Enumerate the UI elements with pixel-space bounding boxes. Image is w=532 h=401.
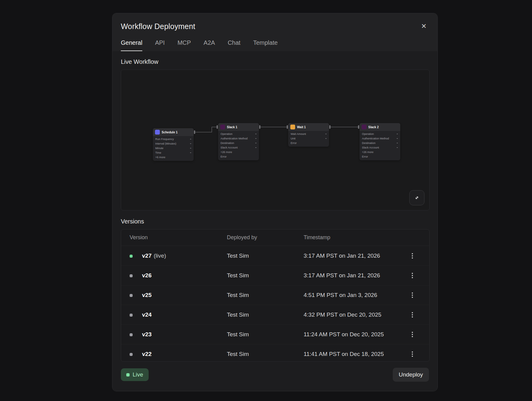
node-port-left <box>217 125 218 129</box>
timestamp: 11:24 AM PST on Dec 20, 2025 <box>304 331 404 338</box>
node-field-row: Error <box>288 141 329 145</box>
field-label: Error <box>221 155 227 158</box>
version-label: v22 <box>142 351 152 357</box>
close-icon[interactable]: ✕ <box>419 21 429 31</box>
version-status-dot <box>130 353 133 356</box>
field-value-dash <box>255 143 256 143</box>
kebab-menu-icon[interactable] <box>410 310 415 319</box>
field-label: +6 more <box>155 156 165 159</box>
node-fields: Wait Amount Unit Error <box>288 131 329 147</box>
field-value-dash <box>255 134 256 134</box>
workflow-node: Slack 1 Operation Authentication Method … <box>218 123 259 160</box>
field-label: Minute <box>155 147 163 150</box>
tab-template[interactable]: Template <box>253 39 278 51</box>
tab-a2a[interactable]: A2A <box>204 39 215 51</box>
version-label: v26 <box>142 272 152 279</box>
node-field-row: Destination <box>218 141 259 145</box>
modal-footer: Live Undeploy <box>121 362 429 388</box>
node-port-left <box>358 125 359 129</box>
timestamp: 3:17 AM PST on Jan 21, 2026 <box>304 272 404 279</box>
tab-label: General <box>121 39 142 46</box>
node-field-row: Slack Account <box>218 145 259 150</box>
field-label: Authentication Method <box>362 137 389 140</box>
tab-label: Template <box>253 39 278 46</box>
field-value-dash <box>255 147 256 148</box>
kebab-menu-icon[interactable] <box>410 350 415 359</box>
node-port-left <box>287 125 288 129</box>
field-label: Operation <box>221 132 233 135</box>
version-label: v27 <box>142 253 152 259</box>
field-label: Slack Account <box>362 146 379 149</box>
column-header-deployed-by: Deployed by <box>227 234 304 241</box>
tab-mcp[interactable]: MCP <box>177 39 191 51</box>
node-port-right <box>329 125 330 129</box>
tab-label: API <box>155 39 165 46</box>
undeploy-button[interactable]: Undeploy <box>393 368 429 382</box>
node-header: Slack 1 <box>218 123 259 131</box>
field-label: Wait Amount <box>291 132 306 135</box>
node-title: Schedule 1 <box>162 131 178 134</box>
versions-rows: v27(live) Test Sim 3:17 AM PST on Jan 21… <box>121 246 429 362</box>
version-suffix: (live) <box>154 253 166 259</box>
slack-icon <box>362 125 366 129</box>
deployed-by: Test Sim <box>227 292 304 298</box>
field-label: Time <box>155 151 161 154</box>
workflow-node: Slack 2 Operation Authentication Method … <box>360 123 400 160</box>
table-row: v22 Test Sim 11:41 AM PST on Dec 18, 202… <box>121 344 429 362</box>
field-value-dash <box>255 138 256 139</box>
node-port-right <box>259 125 260 129</box>
workflow-node: Schedule 1 Run Frequency Interval (Minut… <box>153 128 194 161</box>
workflow-canvas: Schedule 1 Run Frequency Interval (Minut… <box>121 70 429 210</box>
deployed-by: Test Sim <box>227 351 304 357</box>
field-value-dash <box>190 152 191 153</box>
deployed-by: Test Sim <box>227 253 304 259</box>
timestamp: 4:51 PM PST on Jan 3, 2026 <box>304 292 404 298</box>
field-label: Authentication Method <box>221 137 248 140</box>
timestamp: 3:17 AM PST on Jan 21, 2026 <box>304 253 404 259</box>
workflow-preview-panel: Schedule 1 Run Frequency Interval (Minut… <box>121 70 430 210</box>
tab-api[interactable]: API <box>155 39 165 51</box>
node-field-row: Error <box>360 154 400 159</box>
field-value-dash <box>397 143 398 143</box>
modal-content: Live Workflow Schedule 1 Run Frequency I… <box>112 51 437 391</box>
tab-label: A2A <box>204 39 215 46</box>
table-row: v26 Test Sim 3:17 AM PST on Jan 21, 2026 <box>121 266 429 285</box>
deployed-by: Test Sim <box>227 331 304 338</box>
kebab-menu-icon[interactable] <box>410 251 415 260</box>
workflow-deployment-modal: Workflow Deployment ✕ General API MCP A2… <box>112 13 438 391</box>
field-value-dash <box>397 147 398 148</box>
expand-button[interactable] <box>409 190 424 205</box>
tab-general[interactable]: General <box>121 39 142 51</box>
versions-title: Versions <box>121 218 429 224</box>
field-value-dash <box>190 148 191 148</box>
tab-chat[interactable]: Chat <box>228 39 240 51</box>
node-header: Slack 2 <box>360 123 400 131</box>
node-title: Slack 2 <box>368 126 379 129</box>
field-label: Error <box>291 142 297 145</box>
table-row: v24 Test Sim 4:32 PM PST on Dec 20, 2025 <box>121 305 429 324</box>
field-label: Interval (Minutes) <box>155 142 176 145</box>
kebab-menu-icon[interactable] <box>410 330 415 339</box>
tab-label: MCP <box>177 39 191 46</box>
deployed-by: Test Sim <box>227 311 304 318</box>
version-status-dot <box>130 333 133 336</box>
node-fields: Operation Authentication Method Destinat… <box>218 131 259 160</box>
node-port-right <box>194 130 195 134</box>
node-title: Wait 1 <box>297 126 306 129</box>
expand-icon <box>414 194 420 201</box>
table-row: v27(live) Test Sim 3:17 AM PST on Jan 21… <box>121 246 429 266</box>
node-field-row: Operation <box>218 132 259 136</box>
tab-bar: General API MCP A2A Chat Template <box>121 39 429 51</box>
node-field-row: Wait Amount <box>288 132 329 136</box>
kebab-menu-icon[interactable] <box>410 271 415 280</box>
timer-icon <box>290 125 295 129</box>
kebab-menu-icon[interactable] <box>410 291 415 300</box>
node-field-row: Error <box>218 154 259 159</box>
live-dot-icon <box>126 373 130 377</box>
table-row: v23 Test Sim 11:24 AM PST on Dec 20, 202… <box>121 324 429 344</box>
page-title: Workflow Deployment <box>121 22 195 31</box>
column-header-timestamp: Timestamp <box>304 234 404 241</box>
node-field-row: Operation <box>360 132 400 136</box>
version-label: v23 <box>142 331 152 337</box>
version-status-dot <box>130 274 133 277</box>
